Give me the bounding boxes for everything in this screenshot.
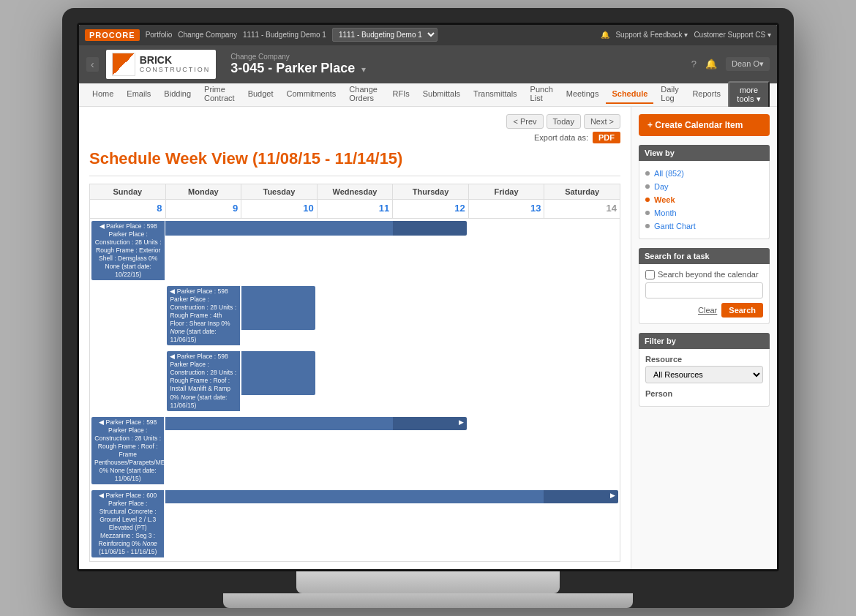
nav-budget[interactable]: Budget [242, 85, 279, 104]
search-beyond-text: Search beyond the calendar [658, 270, 759, 279]
calendar-event-2[interactable]: ◀ Parker Place : 598 Parker Place : Cons… [167, 286, 239, 345]
nav-commitments[interactable]: Commitments [281, 85, 342, 104]
sidebar: + Create Calendar Item View by All (852)… [631, 107, 777, 570]
search-task-content: Search beyond the calendar Clear Search [639, 264, 770, 324]
calendar-event-5e[interactable] [393, 490, 468, 503]
nav-schedule[interactable]: Schedule [606, 85, 653, 104]
nav-punch-list[interactable]: Punch List [525, 80, 559, 108]
nav-emails[interactable]: Emails [121, 85, 157, 104]
day-number-11: 11 [320, 203, 390, 214]
nav-bidding[interactable]: Bidding [158, 85, 197, 104]
customer-support-btn[interactable]: Customer Support CS ▾ [694, 31, 771, 39]
export-row: Export data as: PDF [89, 132, 620, 143]
calendar-event-1d[interactable] [317, 221, 392, 236]
calendar-event-1[interactable]: ◀ Parker Place : 598 Parker Place : Cons… [91, 221, 165, 280]
company-bar-right: ? 🔔 Dean O▾ [691, 57, 770, 71]
project-name-row: 3-045 - Parker Place ▾ [230, 61, 366, 76]
help-icon[interactable]: ? [691, 59, 697, 70]
top-navigation-bar: PROCORE Portfolio Change Company 1111 - … [79, 25, 777, 45]
today-button[interactable]: Today [547, 114, 581, 129]
view-all[interactable]: All (852) [645, 167, 763, 180]
calendar-event-2b[interactable] [241, 286, 315, 330]
main-navigation: Home Emails Bidding Prime Contract Budge… [79, 83, 777, 107]
calendar-event-4b[interactable] [165, 417, 241, 430]
filter-by-header: Filter by [639, 333, 770, 349]
schedule-title: Schedule Week View (11/08/15 - 11/14/15) [89, 149, 620, 168]
col-sunday: Sunday [90, 184, 166, 199]
portfolio-link[interactable]: Portfolio [146, 31, 173, 39]
calendar-event-1e[interactable] [393, 221, 467, 236]
day-number-13: 13 [472, 203, 541, 214]
view-gantt-link[interactable]: Gantt Chart [654, 222, 696, 230]
nav-prime-contract[interactable]: Prime Contract [198, 80, 241, 108]
top-right-actions: 🔔 Support & Feedback ▾ Customer Support … [601, 31, 771, 39]
view-day-dot [645, 184, 650, 189]
view-gantt[interactable]: Gantt Chart [645, 219, 763, 233]
view-gantt-dot [645, 224, 650, 228]
main-content-area: < Prev Today Next > Export data as: PDF … [79, 107, 777, 570]
nav-transmittals[interactable]: Transmittals [468, 85, 523, 104]
back-button[interactable]: ‹ [86, 57, 99, 72]
pdf-export-button[interactable]: PDF [593, 132, 620, 143]
search-beyond-checkbox[interactable] [645, 270, 655, 279]
nav-home[interactable]: Home [86, 85, 119, 104]
view-day-link[interactable]: Day [654, 182, 669, 191]
nav-submittals[interactable]: Submittals [417, 85, 466, 104]
calendar-event-4d[interactable] [317, 417, 392, 430]
search-beyond-label: Search beyond the calendar [645, 270, 763, 279]
logo-image [112, 53, 135, 76]
calendar-event-4e[interactable]: ▶ [393, 417, 467, 430]
resource-filter-select[interactable]: All Resources [645, 366, 763, 383]
clear-search-button[interactable]: Clear [698, 306, 717, 315]
view-week-dot [645, 198, 650, 202]
search-actions: Clear Search [645, 303, 763, 318]
project-selector[interactable]: 1111 - Budgeting Demo 1 [243, 31, 326, 39]
nav-daily-log[interactable]: Daily Log [655, 80, 685, 108]
calendar-event-5[interactable]: ◀ Parker Place : 600 Parker Place : Stru… [91, 490, 164, 557]
col-thursday: Thursday [393, 184, 469, 199]
view-all-link[interactable]: All (852) [654, 169, 684, 178]
calendar-event-4[interactable]: ◀ Parker Place : 598 Parker Place : Cons… [91, 417, 164, 484]
user-menu-button[interactable]: Dean O▾ [726, 57, 770, 71]
view-week-link[interactable]: Week [654, 195, 675, 204]
filter-by-content: Resource All Resources Person [639, 349, 770, 407]
company-name-block: BRICK CONSTRUCTION [140, 55, 211, 73]
view-day[interactable]: Day [645, 180, 763, 193]
nav-meetings[interactable]: Meetings [560, 85, 605, 104]
day-cell-11: 11 [317, 199, 393, 218]
view-month[interactable]: Month [645, 206, 763, 219]
project-name: 3-045 - Parker Place [230, 61, 355, 75]
calendar-event-5f[interactable] [468, 490, 544, 503]
project-dropdown[interactable]: 1111 - Budgeting Demo 1 [332, 28, 438, 42]
calendar-event-4c[interactable] [241, 417, 317, 430]
company-name: BRICK [140, 55, 211, 66]
calendar-event-5c[interactable] [241, 490, 317, 503]
change-company-link[interactable]: Change Company [178, 31, 237, 39]
calendar-event-5g[interactable]: ▶ [544, 490, 617, 503]
search-button[interactable]: Search [721, 303, 763, 318]
view-month-link[interactable]: Month [654, 209, 677, 217]
col-friday: Friday [468, 184, 544, 199]
nav-reports[interactable]: Reports [686, 85, 727, 104]
calendar-event-1c[interactable] [241, 221, 317, 236]
calendar-event-1b[interactable] [165, 221, 241, 236]
more-tools-button[interactable]: more tools ▾ [728, 81, 770, 108]
calendar-event-3b[interactable] [241, 351, 315, 395]
create-calendar-item-button[interactable]: + Create Calendar Item [639, 114, 770, 136]
view-week[interactable]: Week [645, 193, 763, 206]
day-cell-9: 9 [165, 199, 241, 218]
project-dropdown-arrow[interactable]: ▾ [361, 64, 366, 75]
notification-icon[interactable]: 🔔 [705, 59, 717, 70]
day-cell-8: 8 [90, 199, 166, 218]
col-tuesday: Tuesday [241, 184, 318, 199]
prev-button[interactable]: < Prev [506, 114, 543, 129]
nav-change-orders[interactable]: Change Orders [343, 80, 385, 108]
day-number-8: 8 [93, 203, 162, 214]
nav-rfis[interactable]: RFIs [387, 85, 416, 104]
calendar-event-3[interactable]: ◀ Parker Place : 598 Parker Place : Cons… [167, 351, 239, 410]
next-button[interactable]: Next > [584, 114, 620, 129]
support-feedback-btn[interactable]: Support & Feedback ▾ [615, 31, 688, 39]
task-search-input[interactable] [645, 282, 763, 298]
calendar-event-5b[interactable] [165, 490, 241, 503]
calendar-event-5d[interactable] [317, 490, 392, 503]
